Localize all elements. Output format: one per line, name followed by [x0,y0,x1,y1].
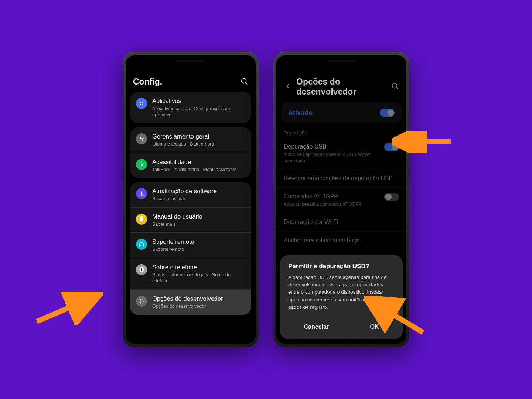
row-title: Manual do usuário [152,213,245,221]
svg-rect-16 [141,269,141,271]
download-icon [136,188,147,199]
settings-group: AplicativosAplicativos padrão · Configur… [130,92,251,123]
row-title: Suporte remoto [152,238,245,246]
row-title: Comandos AT 3GPP [284,193,380,201]
dev-row-at-3gpp[interactable]: Comandos AT 3GPPAtiva ou desativa comand… [276,187,406,213]
settings-row-about-phone[interactable]: Sobre o telefoneStatus · Informações leg… [130,258,251,289]
developer-options-master-toggle-row[interactable]: Ativado [281,102,402,123]
settings-group: Atualização de softwareBaixar e instalar… [130,182,251,314]
row-title: Atualização de software [152,187,245,195]
row-title: Aplicativos [152,97,245,105]
settings-row-software-update[interactable]: Atualização de softwareBaixar e instalar [130,182,251,207]
row-text: Revogar autorizações de depuração USB [284,175,399,183]
row-title: Atalho para relatório de bugs [284,237,399,245]
master-toggle[interactable] [380,109,395,117]
svg-point-8 [140,137,141,139]
dev-row-revoke-usb[interactable]: Revogar autorizações de depuração USB [276,169,406,188]
svg-point-5 [142,104,143,105]
row-subtitle: Opções do desenvolvedor [152,303,245,310]
apps-icon [136,98,147,109]
settings-row-accessibility[interactable]: AcessibilidadeTalkBack · Áudio mono · Me… [130,153,251,178]
header-left: Config. [126,73,256,92]
row-subtitle: Aplicativos padrão · Configurações do ap… [152,106,245,118]
braces-icon [136,296,147,307]
row-subtitle: Modo de depuração quando o USB estiver c… [284,151,380,164]
svg-line-1 [246,83,247,84]
button-divider [349,324,349,330]
svg-point-0 [242,78,246,83]
row-text: Atalho para relatório de bugs [284,237,399,245]
svg-rect-12 [140,217,140,222]
accessibility-icon [136,159,147,170]
row-title: Depuração por Wi-Fi [284,218,399,226]
dialog-body: A depuração USB serve apenas para fins d… [288,274,395,311]
headset-icon [136,239,147,250]
dev-row-usb-debug[interactable]: Depuração USBModo de depuração quando o … [276,138,406,169]
row-title: Opções do desenvolvedor [152,295,245,303]
dialog-title: Permitir a depuração USB? [288,263,395,270]
row-subtitle: Status · Informações legais · Nome do te… [152,272,245,284]
row-title: Revogar autorizações de depuração USB [284,175,399,183]
dialog-buttons: Cancelar OK [288,318,395,335]
svg-point-18 [392,83,397,88]
row-title: Gerenciamento geral [152,133,245,140]
row-title: Depuração USB [284,143,380,151]
dev-row-bug-report-shortcut[interactable]: Atalho para relatório de bugs [276,231,406,250]
row-title: Sobre o telefone [152,263,245,271]
developer-options-list: Ativado Depuração Depuração USBModo de d… [276,102,406,254]
cancel-button[interactable]: Cancelar [293,321,340,332]
row-subtitle: Idioma e teclado · Data e hora [152,141,245,147]
usb-debug-confirm-dialog: Permitir a depuração USB? A depuração US… [280,255,403,339]
settings-row-manual[interactable]: Manual do usuárioSaber mais [130,207,251,233]
toggle-at-3gpp[interactable] [384,193,399,201]
row-subtitle: Baixar e instalar [152,196,245,202]
settings-list: AplicativosAplicativos padrão · Configur… [126,92,256,319]
svg-rect-17 [141,268,141,269]
row-subtitle: Suporte remoto [152,246,245,253]
settings-row-dev-options[interactable]: Opções do desenvolvedorOpções do desenvo… [130,289,251,315]
row-text: AcessibilidadeTalkBack · Áudio mono · Me… [152,158,245,173]
row-text: Depuração USBModo de depuração quando o … [284,143,380,164]
row-subtitle: TalkBack · Áudio mono · Menu assistente [152,167,245,173]
page-title: Opções do desenvolvedor [296,77,391,97]
svg-point-4 [140,104,141,105]
row-text: Gerenciamento geralIdioma e teclado · Da… [152,133,245,147]
svg-point-9 [142,140,143,141]
svg-point-2 [140,102,141,103]
row-text: Sobre o telefoneStatus · Informações leg… [152,263,245,284]
settings-row-remote-support[interactable]: Suporte remotoSuporte remoto [130,232,251,258]
row-subtitle: Ativa ou desativa comandos AT 3GPP. [284,201,380,208]
sliders-icon [136,133,147,144]
row-text: Atualização de softwareBaixar e instalar [152,187,245,202]
search-icon[interactable] [391,82,399,92]
svg-line-19 [396,88,398,89]
book-icon [136,214,147,225]
phone-right: Opções do desenvolvedor Ativado Depuraçã… [273,52,409,347]
header-right: Opções do desenvolvedor [276,73,406,102]
svg-rect-14 [143,245,144,246]
settings-row-apps[interactable]: AplicativosAplicativos padrão · Configur… [130,92,251,123]
dev-row-wifi-debug[interactable]: Depuração por Wi-Fi [276,213,406,231]
row-text: Depuração por Wi-Fi [284,218,399,226]
svg-point-10 [141,162,142,163]
ok-button[interactable]: OK [359,321,390,332]
search-icon[interactable] [240,77,248,87]
section-header-debug: Depuração [276,123,406,138]
settings-row-general[interactable]: Gerenciamento geralIdioma e teclado · Da… [130,127,251,153]
row-text: Opções do desenvolvedorOpções do desenvo… [152,295,245,310]
phone-left: Config. AplicativosAplicativos padrão · … [123,52,259,347]
screen-left: Config. AplicativosAplicativos padrão · … [126,55,256,344]
toggle-usb-debug[interactable] [384,143,399,151]
screen-right: Opções do desenvolvedor Ativado Depuraçã… [276,55,406,344]
master-toggle-label: Ativado [288,109,313,117]
row-text: Suporte remotoSuporte remoto [152,238,245,253]
settings-group: Gerenciamento geralIdioma e teclado · Da… [130,127,251,178]
row-subtitle: Saber mais [152,221,245,228]
svg-point-3 [142,102,143,103]
back-icon[interactable] [284,82,292,92]
row-text: Comandos AT 3GPPAtiva ou desativa comand… [284,193,380,208]
info-icon [136,264,147,275]
page-title: Config. [133,77,240,87]
svg-rect-13 [139,245,140,246]
row-text: AplicativosAplicativos padrão · Configur… [152,97,245,118]
